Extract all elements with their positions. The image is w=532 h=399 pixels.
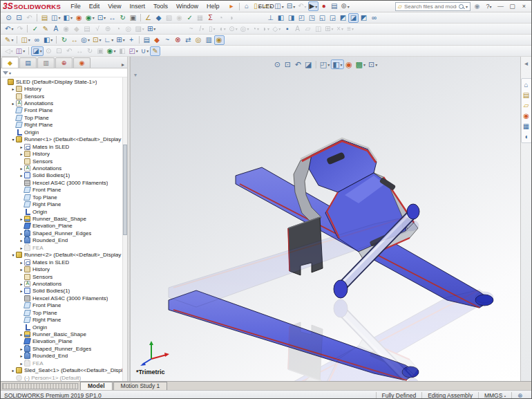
menu-view[interactable]: View <box>104 2 125 10</box>
dimxpertmanager-tab[interactable]: ⊕ <box>55 57 73 68</box>
print-icon[interactable]: ⊟▾ <box>285 1 296 11</box>
zoom-to-fit-icon[interactable]: ⊙ <box>3 13 14 23</box>
rotate-view-icon[interactable]: ↻ <box>117 13 128 23</box>
tree-item[interactable]: ▸Solid Bodies(1) <box>1 172 127 179</box>
symmetry-check-icon[interactable]: ◑ <box>226 13 236 23</box>
tree-item[interactable]: ▸Runner_Basic_Shape <box>1 331 127 337</box>
centerpoint-arc-icon[interactable]: ◔▾ <box>250 24 260 34</box>
minimize-button[interactable]: — <box>495 2 506 11</box>
mirror-entities-icon[interactable]: ◫ <box>313 24 323 34</box>
tree-expand-arrow-icon[interactable]: ▸ <box>19 361 24 366</box>
graphics-viewport[interactable]: ⊙⊡↶◪◰▾◧▾◉▩▾⊡▾ ▾ <box>131 57 520 381</box>
tree-item[interactable]: SLED (Default<Display State-1>) <box>1 78 127 85</box>
tree-expand-arrow-icon[interactable]: ▸ <box>19 353 24 358</box>
zoom-fit2-icon[interactable]: ⊙ <box>44 46 54 56</box>
section-properties-icon[interactable]: ▧ <box>164 13 174 23</box>
circle-icon[interactable]: ⊙▾ <box>227 24 238 34</box>
spline-tool-icon[interactable]: √ <box>92 24 102 34</box>
tree-item[interactable]: Front Plane <box>1 107 127 114</box>
search-icon[interactable] <box>459 4 464 9</box>
tree-item[interactable]: Front Plane <box>1 302 127 309</box>
assembly-visualization-icon[interactable]: ▥ <box>204 35 214 45</box>
component-display-icon[interactable]: ◧▾ <box>61 13 73 23</box>
3d-drawing-view-icon[interactable]: ▣ <box>95 46 106 56</box>
status-web-icon[interactable]: ⊕ <box>511 392 528 399</box>
zoom-to-area-icon[interactable]: ⊡ <box>14 13 24 23</box>
tree-item[interactable]: ▸Shaped_Runner_Edges <box>1 345 127 352</box>
tree-item[interactable]: ▸Annotations <box>1 165 127 171</box>
tree-item[interactable]: ▸Sled_Seat<1> (Default<<Default>_Display… <box>1 367 127 374</box>
tree-scrollbar[interactable] <box>122 77 127 381</box>
note-icon[interactable]: A <box>50 24 61 34</box>
linear-pattern-icon[interactable]: ⊞▾ <box>323 24 334 34</box>
tree-expand-arrow-icon[interactable]: ▸ <box>19 166 24 171</box>
tree-item[interactable]: Sensors <box>1 158 127 165</box>
tree-item[interactable]: ▸History <box>1 266 127 272</box>
tree-expand-arrow-icon[interactable]: ▸ <box>19 231 24 236</box>
tab-motion-study[interactable]: Motion Study 1 <box>113 382 168 390</box>
mate-icon[interactable]: ∞ <box>32 35 42 45</box>
tree-expand-arrow-icon[interactable]: ▸ <box>19 288 24 293</box>
help-button[interactable]: ?▾ <box>484 2 494 11</box>
insert-components-icon[interactable]: ◫▾ <box>19 35 31 45</box>
display-pane-icon[interactable]: ▤ <box>329 1 339 11</box>
exploded-view-icon[interactable]: ◆ <box>152 35 162 45</box>
tree-item[interactable]: Top Plane <box>1 114 127 121</box>
selection-filter-icon[interactable]: ◔ <box>113 24 123 34</box>
tree-expand-arrow-icon[interactable]: ▸ <box>19 151 24 156</box>
tree-expand-arrow-icon[interactable]: ▾ <box>10 252 16 257</box>
text-icon[interactable]: A <box>292 24 303 34</box>
move-component-icon[interactable]: ↔ <box>69 35 79 45</box>
tree-item[interactable]: ▾Runner<1> (Default<<Default>_Display St… <box>1 136 127 143</box>
view-selector-icon[interactable]: ∞ <box>369 13 379 23</box>
menu-tools[interactable]: Tools <box>149 2 172 10</box>
menu-file[interactable]: File <box>66 2 85 10</box>
close-button[interactable]: × <box>519 2 529 11</box>
tree-item[interactable]: Top Plane <box>1 194 127 201</box>
search-caret-icon[interactable]: ▾ <box>466 4 468 9</box>
model-items-icon[interactable]: ▤ <box>82 24 92 34</box>
hide-show-items-icon[interactable]: ◁▾ <box>3 46 15 56</box>
previous-view-icon[interactable]: ↶ <box>24 13 35 23</box>
plane-icon[interactable]: ▱ <box>303 24 313 34</box>
pack-and-go-icon[interactable]: ◫▾ <box>50 13 61 23</box>
rebuild-icon[interactable]: ● <box>319 1 329 11</box>
design-binder-icon[interactable]: ▤ <box>39 13 50 23</box>
balloon-icon[interactable]: ◉ <box>61 24 71 34</box>
top-view-icon[interactable]: ◱ <box>317 13 327 23</box>
dimetric-view-icon[interactable]: ◩ <box>359 13 369 23</box>
format-painter-icon[interactable]: ✎ <box>40 24 50 34</box>
save-icon[interactable]: ◫▾ <box>273 1 285 11</box>
left-view-icon[interactable]: ◰ <box>296 13 307 23</box>
measure-icon[interactable]: ∠ <box>143 13 153 23</box>
tree-item[interactable]: ▸Rounded_End <box>1 353 127 360</box>
tree-item[interactable]: ▸History <box>1 150 127 157</box>
image-icon[interactable]: ▨▾ <box>133 24 145 34</box>
featuremanager-tab[interactable]: ◆ <box>1 57 19 68</box>
tree-expand-arrow-icon[interactable]: ▸ <box>19 332 24 337</box>
tree-item[interactable]: ▸Shaped_Runner_Edges <box>1 230 127 236</box>
assembly-features-icon[interactable]: ⊡▾ <box>91 35 102 45</box>
previous-view2-icon[interactable]: ↶ <box>64 46 75 56</box>
tree-item[interactable]: Elevation_Plane <box>1 223 127 230</box>
filter-icon[interactable] <box>3 71 8 75</box>
home-icon[interactable]: ⌂ <box>522 80 531 89</box>
performance-evaluation2-icon[interactable]: ◉ <box>214 35 225 45</box>
tree-item[interactable]: ▸History <box>1 85 127 92</box>
bottom-view-icon[interactable]: ◲ <box>327 13 338 23</box>
collapse-chevron-icon[interactable]: ◂ <box>522 58 531 68</box>
offset-entities-icon[interactable]: ≡▾ <box>345 24 356 34</box>
tree-item[interactable]: Origin <box>1 129 127 136</box>
status-units[interactable]: MMGS ▪ <box>478 392 511 399</box>
view-orientation2-icon[interactable]: ◰▾ <box>127 46 139 56</box>
tree-item[interactable]: ▸Runner_Basic_Shape <box>1 215 127 222</box>
undo-icon[interactable]: ↶▾ <box>3 24 15 34</box>
tree-item[interactable]: Origin <box>1 208 127 215</box>
tree-item[interactable]: Front Plane <box>1 187 127 194</box>
center-mark-icon[interactable]: ⊕ <box>102 24 113 34</box>
tree-expand-arrow-icon[interactable]: ▸ <box>19 245 24 250</box>
camera-view-icon[interactable]: ∪▾ <box>140 46 150 56</box>
statistics-icon[interactable]: ▦ <box>195 13 205 23</box>
bill-of-materials-icon[interactable]: ▤ <box>142 35 152 45</box>
tree-item[interactable]: Top Plane <box>1 309 127 316</box>
